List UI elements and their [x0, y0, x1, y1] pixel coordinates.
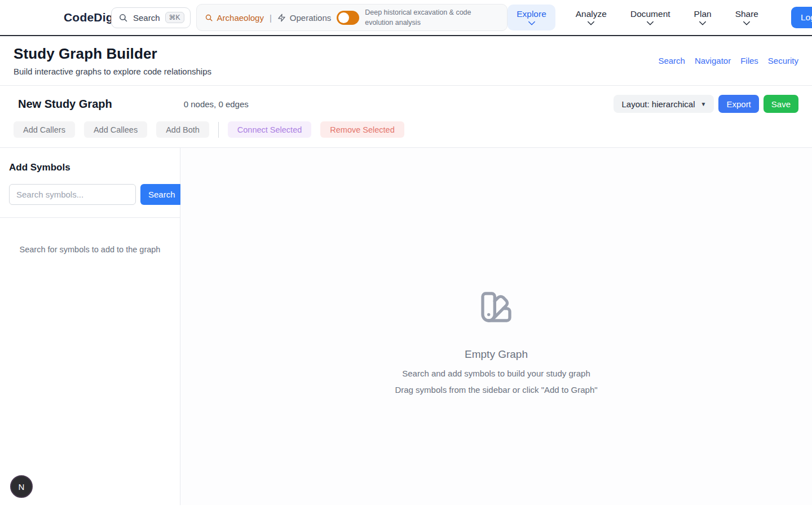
symbols-sidebar: Add Symbols Search Search for symbols to…: [0, 148, 180, 505]
page-header-text: Study Graph Builder Build interactive gr…: [14, 45, 211, 76]
layout-dropdown-label: Layout: hierarchical: [621, 99, 695, 109]
search-label: Search: [133, 13, 160, 23]
nav-item-plan[interactable]: Plan: [691, 5, 715, 30]
brand-logo[interactable]: CodeDig: [64, 11, 111, 24]
nav-item-label: Explore: [517, 9, 546, 19]
header-links: Search Navigator Files Security: [658, 56, 798, 65]
page-header: Study Graph Builder Build interactive gr…: [0, 36, 812, 86]
chevron-down-icon: [646, 21, 654, 26]
content-area: Add Symbols Search Search for symbols to…: [0, 148, 812, 505]
remove-selected-button[interactable]: Remove Selected: [320, 121, 404, 138]
export-button[interactable]: Export: [718, 95, 758, 113]
symbol-search-input[interactable]: [9, 184, 136, 205]
top-navbar: CodeDig Search ⌘K Archaeology | Operatio…: [0, 0, 812, 36]
graph-actions: Add Callers Add Callees Add Both Connect…: [14, 121, 798, 138]
sidebar-hint: Search for symbols to add to the graph: [9, 245, 171, 254]
global-search-button[interactable]: Search ⌘K: [111, 7, 191, 28]
nav-item-label: Share: [735, 9, 758, 19]
header-link-security[interactable]: Security: [768, 56, 798, 65]
nav-item-share[interactable]: Share: [732, 5, 762, 30]
nav-item-document[interactable]: Document: [627, 5, 674, 30]
mode-toggle[interactable]: [337, 11, 359, 25]
chevron-down-icon: [743, 21, 751, 26]
actions-divider: [218, 122, 219, 138]
empty-graph-title: Empty Graph: [465, 348, 528, 361]
mode-switcher: Archaeology | Operations Deep historical…: [196, 4, 508, 31]
login-button[interactable]: Login: [791, 7, 812, 28]
symbol-search-button[interactable]: Search: [140, 184, 183, 205]
sidebar-title: Add Symbols: [9, 162, 171, 173]
zap-icon: [277, 14, 286, 22]
graph-toolbar: New Study Graph 0 nodes, 0 edges Layout:…: [0, 86, 812, 148]
add-both-button[interactable]: Add Both: [156, 121, 209, 138]
user-avatar[interactable]: N: [10, 475, 33, 498]
swatch-book-icon: [478, 289, 514, 327]
add-callees-button[interactable]: Add Callees: [84, 121, 147, 138]
header-link-navigator[interactable]: Navigator: [695, 56, 731, 65]
nav-item-label: Analyze: [576, 9, 607, 19]
graph-stats: 0 nodes, 0 edges: [184, 99, 249, 109]
nav-item-label: Plan: [694, 9, 712, 19]
connect-selected-button[interactable]: Connect Selected: [228, 121, 311, 138]
main-nav: Explore Analyze Document Plan Share: [508, 5, 812, 30]
chevron-down-icon: [587, 21, 595, 26]
search-shortcut-badge: ⌘K: [165, 12, 184, 23]
nav-item-label: Document: [630, 9, 670, 19]
mode-operations[interactable]: Operations: [277, 13, 331, 23]
chevron-down-icon: [699, 21, 707, 26]
mode-description: Deep historical excavation & code evolut…: [365, 7, 499, 28]
symbol-search-row: Search: [9, 184, 171, 205]
nav-item-analyze[interactable]: Analyze: [572, 5, 610, 30]
header-link-files[interactable]: Files: [740, 56, 758, 65]
add-callers-button[interactable]: Add Callers: [14, 121, 75, 138]
page-subtitle: Build interactive graphs to explore code…: [14, 67, 211, 76]
empty-graph-line2: Drag symbols from the sidebar or click "…: [395, 385, 597, 395]
save-button[interactable]: Save: [764, 95, 798, 113]
empty-graph-line1: Search and add symbols to build your stu…: [402, 369, 590, 378]
graph-title: New Study Graph: [18, 98, 112, 111]
graph-canvas[interactable]: Empty Graph Search and add symbols to bu…: [180, 148, 812, 505]
layout-dropdown[interactable]: Layout: hierarchical ▼: [614, 95, 714, 113]
search-icon: [118, 13, 128, 23]
mode-archaeology-label: Archaeology: [217, 13, 264, 23]
archaeology-search-icon: [205, 14, 213, 22]
mode-toggle-knob: [338, 12, 349, 23]
mode-divider: |: [270, 13, 272, 23]
chevron-down-icon: [528, 21, 536, 26]
mode-archaeology[interactable]: Archaeology: [205, 13, 264, 23]
page-title: Study Graph Builder: [14, 45, 211, 63]
sidebar-divider: [0, 217, 180, 218]
caret-down-icon: ▼: [701, 101, 707, 107]
nav-item-explore[interactable]: Explore: [508, 5, 555, 30]
mode-operations-label: Operations: [290, 13, 331, 23]
header-link-search[interactable]: Search: [658, 56, 685, 65]
